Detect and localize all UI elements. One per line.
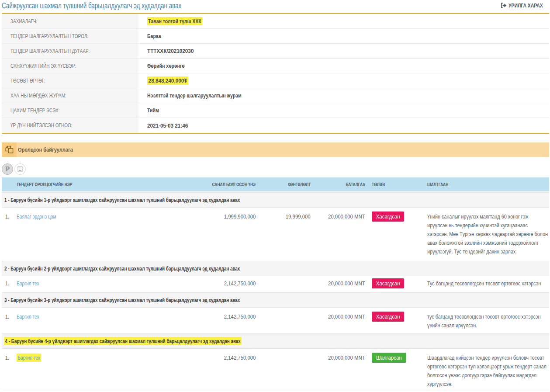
status-cell: Хасагдсан <box>365 208 422 261</box>
row-index: 1. <box>2 308 13 333</box>
detail-label-text: ТЕНДЕР ШАЛГАРУУЛАЛТЫН ТӨРӨЛ: <box>10 33 88 39</box>
detail-row: ТЕНДЕР ШАЛГАРУУЛАЛТЫН ДУГААР:ТТТХХК/2021… <box>2 44 549 59</box>
gold-divider-bottom <box>2 133 549 134</box>
detail-row: ХАА-НЫ МӨРДӨХ ЖУРАМ:Нээлттэй тендер шалг… <box>2 88 549 103</box>
column-header: БАТАЛГАА <box>311 182 365 187</box>
search-highlight: Баргил тех <box>17 354 41 362</box>
detail-label-text: ҮР ДҮН НИЙТЭЛСЭН ОГНОО: <box>10 122 73 128</box>
lot-group-header: 2 - Баруун бүсийн 2-р үйлдвэрт ашиглагда… <box>2 261 549 276</box>
row-index: 1. <box>2 276 13 292</box>
detail-label-text: ЗАХИАЛАГЧ: <box>10 18 38 24</box>
column-header: ШАЛТГААН <box>422 182 547 187</box>
status-badge: Хасагдсан <box>372 312 404 322</box>
participants-table: ТЕНДЕРТ ОРОЛЦОГЧИЙН НЭРСАНАЛ БОЛГОСОН ҮН… <box>2 177 549 391</box>
rejection-reason: Үнийн саналыг ирүүлэх маягтанд 60 хоног … <box>427 212 523 256</box>
status-badge: Шалгарсан <box>372 353 406 363</box>
detail-value: Тийм <box>138 103 549 118</box>
detail-row: ТӨСӨВТ ӨРТӨГ:28,848,240,000₮ <box>2 73 549 88</box>
participant-row: 1.Баялаг эрдэнэ цом1,999,900,00019,999,0… <box>2 208 549 261</box>
participants-table-header: ТЕНДЕРТ ОРОЛЦОГЧИЙН НЭРСАНАЛ БОЛГОСОН ҮН… <box>2 177 549 191</box>
detail-row: ҮР ДҮН НИЙТЭЛСЭН ОГНОО:2021-05-03 21:46 <box>2 118 549 133</box>
detail-label-text: САНХҮҮЖИЛТИЙН ЭХ ҮҮСВЭР: <box>10 63 76 69</box>
reason-cell: Тус багцанд төсөвлөгдсөн төсөвт өртөгөөс… <box>422 276 547 292</box>
rejection-reason: тус багцанд төсөвлөгдсөн төсөвт өртөгөөс… <box>427 312 523 330</box>
status-cell: Шалгарсан <box>365 349 422 391</box>
detail-value: Өөрийн хөрөнгө <box>138 59 549 73</box>
participant-name-cell: Баргил тех <box>13 308 131 333</box>
detail-label-text: ХАА-НЫ МӨРДӨХ ЖУРАМ: <box>10 93 66 99</box>
detail-label: ЦАХИМ ТЕНДЕР ЭСЭХ: <box>2 103 138 118</box>
detail-row: ЦАХИМ ТЕНДЕР ЭСЭХ:Тийм <box>2 103 549 118</box>
participant-name-cell: Баргил тех <box>13 349 131 391</box>
column-header: ХӨНГӨЛӨЛТ <box>256 182 311 187</box>
page-title: Сайжруулсан шахмал түлшний барьцалдуулаг… <box>2 1 243 10</box>
export-button[interactable] <box>14 163 26 175</box>
column-header: САНАЛ БОЛГОСОН ҮНЭ <box>131 182 256 187</box>
detail-label-text: ТЕНДЕР ШАЛГАРУУЛАЛТЫН ДУГААР: <box>10 48 90 54</box>
sign-out-icon <box>501 3 507 8</box>
guarantee: 20,000,000 MNT <box>311 349 365 391</box>
status-cell: Хасагдсан <box>365 308 422 333</box>
detail-value-text: 28,848,240,000₮ <box>147 77 188 84</box>
print-button[interactable]: P <box>2 163 13 175</box>
participant-row: 1.Баргил тех2,142,750,00020,000,000 MNTШ… <box>2 349 549 391</box>
discount <box>256 308 311 333</box>
detail-label-text: ЦАХИМ ТЕНДЕР ЭСЭХ: <box>10 108 60 114</box>
participant-name-link[interactable]: Баялаг эрдэнэ цом <box>17 213 69 220</box>
detail-label: ХАА-НЫ МӨРДӨХ ЖУРАМ: <box>2 88 138 103</box>
detail-value: 2021-05-03 21:46 <box>138 118 549 133</box>
participant-name-link[interactable]: Баргил тех <box>17 354 49 361</box>
reason-cell: тус багцанд төсөвлөгдсөн төсөвт өртөгөөс… <box>422 308 547 333</box>
participant-row: 1.Баргил тех2,142,750,00020,000,000 MNTХ… <box>2 308 549 333</box>
lot-group-header: 4 - Баруун бүсийн 4-р үйлдвэрт ашиглагда… <box>2 333 549 349</box>
detail-value-text: Тийм <box>147 107 159 114</box>
detail-value: ТТТХХК/202102030 <box>138 44 549 58</box>
participant-name-link[interactable]: Баргил тех <box>17 280 46 287</box>
participant-name-cell: Баялаг эрдэнэ цом <box>13 208 131 261</box>
status-cell: Хасагдсан <box>365 276 422 292</box>
rejection-reason: Тус багцанд төсөвлөгдсөн төсөвт өртөгөөс… <box>427 279 523 288</box>
rejection-reason: Шаардлагад нийцсэн тендер ирүүлсэн болов… <box>427 354 523 389</box>
offered-price: 2,142,750,000 <box>131 349 256 391</box>
tender-details-table: ЗАХИАЛАГЧ:Таван толгой түлш ХХКТЕНДЕР ША… <box>2 14 549 133</box>
participant-name-link[interactable]: Баргил тех <box>17 313 46 320</box>
detail-label: ЗАХИАЛАГЧ: <box>2 14 138 28</box>
offered-price: 1,999,900,000 <box>131 208 256 261</box>
view-invitation-link[interactable]: УРИЛГА ХАРАХ <box>501 2 543 9</box>
detail-value-text: ТТТХХК/202102030 <box>147 48 194 54</box>
search-highlight: Таван толгой түлш ХХК <box>147 17 202 25</box>
detail-value: 28,848,240,000₮ <box>138 73 549 88</box>
status-badge: Хасагдсан <box>372 278 404 288</box>
guarantee: 20,000,000 MNT <box>311 208 365 261</box>
reason-cell: Үнийн саналыг ирүүлэх маягтанд 60 хоног … <box>422 208 547 261</box>
discount <box>256 276 311 292</box>
spreadsheet-icon <box>17 166 23 172</box>
column-header: ТӨЛӨВ <box>365 182 422 187</box>
participants-section-header: Оролцсон байгууллага <box>2 142 549 157</box>
detail-row: САНХҮҮЖИЛТИЙН ЭХ ҮҮСВЭР:Өөрийн хөрөнгө <box>2 59 549 73</box>
view-invitation-label: УРИЛГА ХАРАХ <box>508 2 543 9</box>
detail-value-text: Бараа <box>147 33 161 39</box>
lot-group-header: 3 - Баруун бүсийн 3-р үйлдвэрт ашиглагда… <box>2 292 549 308</box>
row-index: 1. <box>2 208 13 261</box>
lot-group-header: 1 - Баруун бүсийн 1-р үйлдвэрт ашиглагда… <box>2 192 549 208</box>
detail-label: САНХҮҮЖИЛТИЙН ЭХ ҮҮСВЭР: <box>2 59 138 73</box>
detail-label: ҮР ДҮН НИЙТЭЛСЭН ОГНОО: <box>2 118 138 133</box>
detail-value-text: Нээлттэй тендер шалгаруулалтын журам <box>147 92 242 99</box>
search-highlight: 4 - Баруун бүсийн 4-р үйлдвэрт ашиглагда… <box>4 337 241 345</box>
discount: 19,999,000 <box>256 208 311 261</box>
search-highlight: 28,848,240,000₮ <box>147 76 188 85</box>
row-index: 1. <box>2 349 13 391</box>
detail-label: ТЕНДЕР ШАЛГАРУУЛАЛТЫН ТӨРӨЛ: <box>2 29 138 43</box>
participant-row: 1.Баргил тех2,142,750,00020,000,000 MNTХ… <box>2 276 549 292</box>
column-header: ТЕНДЕРТ ОРОЛЦОГЧИЙН НЭР <box>13 182 131 187</box>
page-header: Сайжруулсан шахмал түлшний барьцалдуулаг… <box>2 0 549 13</box>
detail-value: Нээлттэй тендер шалгаруулалтын журам <box>138 88 549 103</box>
detail-label-text: ТӨСӨВТ ӨРТӨГ: <box>10 78 45 84</box>
status-badge: Хасагдсан <box>372 212 404 222</box>
detail-row: ЗАХИАЛАГЧ:Таван толгой түлш ХХК <box>2 14 549 29</box>
detail-value-text: Өөрийн хөрөнгө <box>147 62 185 69</box>
detail-value-text: Таван толгой түлш ХХК <box>147 18 202 24</box>
page-title-text: Сайжруулсан шахмал түлшний барьцалдуулаг… <box>2 1 181 10</box>
detail-value: Таван толгой түлш ХХК <box>138 14 549 28</box>
